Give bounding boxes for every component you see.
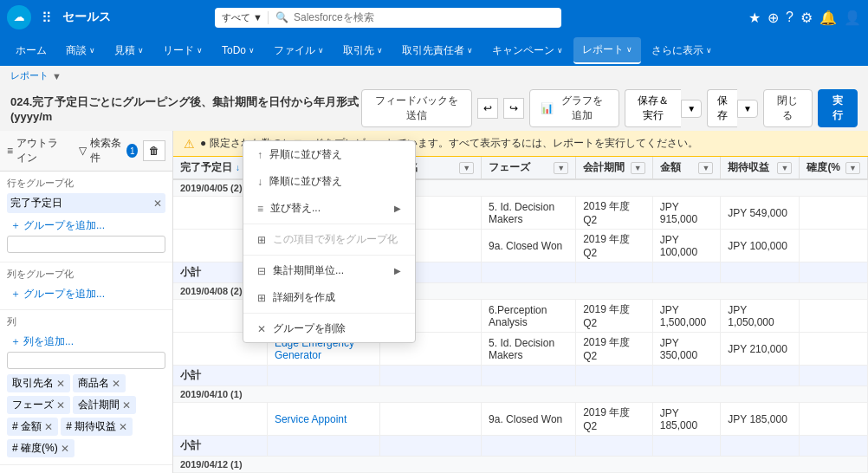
group-row-0410: 2019/04/10 (1) xyxy=(173,386,868,403)
org-name: セールス xyxy=(62,10,111,25)
add-icon[interactable]: ⊕ xyxy=(768,10,779,26)
filter-tab[interactable]: ▽ 検索条件 1 xyxy=(79,136,138,165)
feedback-button[interactable]: フィードバックを送信 xyxy=(361,89,472,127)
search-bar: すべて ▼ 🔍 xyxy=(215,8,561,28)
group-item-date: 完了予定日 ✕ xyxy=(7,193,165,213)
redo-button[interactable]: ↪ xyxy=(503,98,524,119)
sort-desc-icon: ↓ xyxy=(257,176,262,188)
remove-col-period[interactable]: ✕ xyxy=(122,399,131,411)
columns-section: 列 ＋ 列を追加... 取引先名✕ 商品名✕ フェーズ✕ 会計期間✕ # 金額✕ xyxy=(0,310,172,465)
menu-sort-asc[interactable]: ↑ 昇順に並び替え xyxy=(243,141,415,168)
menu-sort-custom[interactable]: ≡ 並び替え... ▶ xyxy=(243,195,415,222)
filter-amount-btn[interactable]: ▼ xyxy=(698,162,713,174)
close-button[interactable]: 閉じる xyxy=(763,89,813,127)
sidebar-trash-icon[interactable]: 🗑 xyxy=(143,140,165,161)
search-input[interactable] xyxy=(294,11,554,23)
remove-col-phase[interactable]: ✕ xyxy=(56,399,65,411)
salesforce-logo: ☁ xyxy=(7,5,31,29)
filter-product-btn[interactable]: ▼ xyxy=(459,162,474,174)
info-icon: ⚠ xyxy=(184,137,195,151)
remove-col-product[interactable]: ✕ xyxy=(112,378,120,390)
favorites-icon[interactable]: ★ xyxy=(748,10,761,26)
nav-todo[interactable]: ToDo ∨ xyxy=(213,39,263,62)
menu-divider-2 xyxy=(243,255,415,256)
th-phase[interactable]: フェーズ▼ xyxy=(482,157,576,179)
nav-home[interactable]: ホーム xyxy=(7,38,55,63)
menu-divider-1 xyxy=(243,224,415,224)
add-group-button[interactable]: ＋ グループを追加... xyxy=(7,216,165,236)
th-prob[interactable]: 確度(%▼ xyxy=(800,157,868,179)
app-launcher-icon[interactable]: ⠿ xyxy=(38,6,55,29)
nav-icons: ★ ⊕ ? ⚙ 🔔 👤 xyxy=(748,10,861,26)
save-dropdown[interactable]: ▼ xyxy=(737,100,758,118)
menu-aggregate-period[interactable]: ⊟ 集計期間単位... ▶ xyxy=(243,257,415,284)
chart-icon: 📊 xyxy=(541,102,554,114)
save-button[interactable]: 保存 xyxy=(707,89,737,127)
notification-icon[interactable]: 🔔 xyxy=(819,10,837,26)
subtotal-row: 小計 xyxy=(173,436,868,457)
toolbar-actions: フィードバックを送信 ↩ ↪ 📊 グラフを追加 保存＆実行 ▼ 保存 ▼ 閉じる… xyxy=(361,89,858,127)
filter-phase-btn[interactable]: ▼ xyxy=(554,162,568,174)
col-product: 商品名✕ xyxy=(73,374,126,392)
add-chart-button[interactable]: 📊 グラフを追加 xyxy=(529,89,619,127)
search-icon: 🔍 xyxy=(275,11,288,23)
menu-sort-desc[interactable]: ↓ 降順に並び替え xyxy=(243,168,415,195)
filter-period-btn[interactable]: ▼ xyxy=(631,162,645,174)
remove-col-account[interactable]: ✕ xyxy=(56,378,65,390)
menu-delete-group[interactable]: ✕ グループを削除 xyxy=(243,315,415,342)
search-dropdown[interactable]: すべて ▼ xyxy=(222,11,269,24)
top-navigation: ☁ ⠿ セールス すべて ▼ 🔍 ★ ⊕ ? ⚙ 🔔 👤 xyxy=(0,0,868,35)
nav-deals[interactable]: 商談 ∨ xyxy=(57,38,104,63)
nav-campaigns[interactable]: キャンペーン ∨ xyxy=(483,38,572,63)
nav-leads[interactable]: リード ∨ xyxy=(154,38,211,63)
filter-badge: 1 xyxy=(126,144,138,158)
subtotal-row: 小計 xyxy=(173,366,868,386)
menu-create-detail-col[interactable]: ⊞ 詳細列を作成 xyxy=(243,284,415,311)
group-cols-section: 列をグループ化 ＋ グループを追加... xyxy=(0,262,172,310)
help-icon[interactable]: ? xyxy=(786,10,794,25)
col-prob: # 確度(%)✕ xyxy=(7,439,74,457)
nav-more[interactable]: さらに表示 ∨ xyxy=(643,38,721,63)
add-column-button[interactable]: ＋ 列を追加... xyxy=(7,332,165,352)
group-rows-section: 行をグループ化 完了予定日 ✕ ＋ グループを追加... xyxy=(0,172,172,262)
user-avatar[interactable]: 👤 xyxy=(844,10,861,26)
settings-icon[interactable]: ⚙ xyxy=(800,10,813,26)
col-period: 会計期間✕ xyxy=(73,396,136,414)
remove-col-expected[interactable]: ✕ xyxy=(119,421,127,433)
save-run-button[interactable]: 保存＆実行 xyxy=(625,89,682,127)
remove-col-amount[interactable]: ✕ xyxy=(44,421,53,433)
nav-reports[interactable]: レポート ∨ xyxy=(573,37,641,64)
th-amount[interactable]: 金額▼ xyxy=(652,157,721,179)
group-search-input[interactable] xyxy=(7,236,165,253)
breadcrumb-link[interactable]: レポート xyxy=(10,69,49,82)
filter-expected-btn[interactable]: ▼ xyxy=(777,162,792,174)
menu-divider-3 xyxy=(243,313,415,314)
context-menu: ↑ 昇順に並び替え ↓ 降順に並び替え ≡ 並び替え... ▶ ⊞ この項目で列… xyxy=(243,140,416,343)
main-content: ≡ アウトライン ▽ 検索条件 1 🗑 行をグループ化 完了予定日 ✕ ＋ グル… xyxy=(0,131,868,473)
add-col-group-button[interactable]: ＋ グループを追加... xyxy=(7,284,165,304)
nav-files[interactable]: ファイル ∨ xyxy=(265,38,333,63)
remove-group-date[interactable]: ✕ xyxy=(153,198,162,210)
sidebar-tabs: ≡ アウトライン ▽ 検索条件 1 🗑 xyxy=(0,131,172,172)
th-period[interactable]: 会計期間▼ xyxy=(576,157,653,179)
column-search-input[interactable] xyxy=(7,352,165,369)
undo-button[interactable]: ↩ xyxy=(477,98,498,119)
run-button[interactable]: 実行 xyxy=(818,89,858,127)
remove-col-prob[interactable]: ✕ xyxy=(61,443,69,455)
account-link[interactable]: Service Appoint xyxy=(267,403,379,436)
outline-tab[interactable]: ≡ アウトライン xyxy=(7,136,67,165)
detail-col-icon: ⊞ xyxy=(257,292,266,304)
nav-accounts[interactable]: 取引先 ∨ xyxy=(334,38,392,63)
nav-quotes[interactable]: 見積 ∨ xyxy=(106,38,152,63)
delete-group-icon: ✕ xyxy=(257,323,266,335)
filter-prob-btn[interactable]: ▼ xyxy=(845,162,860,174)
period-icon: ⊟ xyxy=(257,265,266,277)
group-row-0412: 2019/04/12 (1) xyxy=(173,457,868,473)
col-expected: # 期待収益✕ xyxy=(61,418,133,436)
breadcrumb: レポート ▼ xyxy=(0,66,868,86)
nav-contacts[interactable]: 取引先責任者 ∨ xyxy=(393,38,482,63)
save-run-dropdown[interactable]: ▼ xyxy=(681,100,702,118)
th-expected[interactable]: 期待収益▼ xyxy=(721,157,800,179)
submenu-arrow-2: ▶ xyxy=(394,266,401,275)
breadcrumb-chevron: ▼ xyxy=(52,71,62,81)
